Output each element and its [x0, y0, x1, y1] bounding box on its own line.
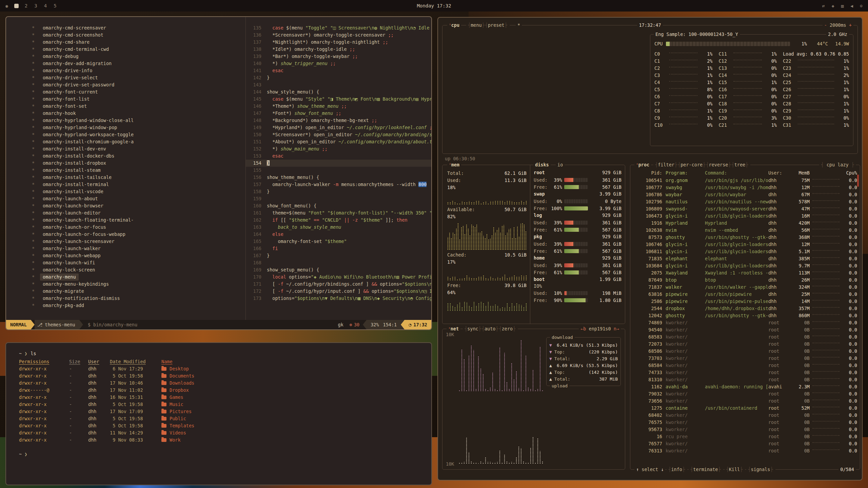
process-row[interactable]: 1916HyprlandHyprlanddhh420M0.0	[634, 219, 857, 226]
file-item[interactable]: *omarchy-pkg-add	[32, 302, 245, 309]
file-item[interactable]: *omarchy-cmd-share	[32, 39, 245, 46]
screencast-icon[interactable]: ⇄	[822, 3, 825, 8]
power-icon[interactable]: ⊙	[860, 3, 863, 8]
file-item[interactable]: *omarchy-launch-webapp	[32, 252, 245, 259]
process-row[interactable]: 106473glycin-i/usr/lib/glycin-loadersdhh…	[634, 212, 857, 219]
process-row[interactable]: 95673kworker/root0B0.0	[634, 426, 857, 433]
process-row[interactable]: 81310kworker/root0B0.0	[634, 376, 857, 383]
proc-footer-kill-button[interactable]: ┤Kill├	[726, 467, 743, 472]
process-row[interactable]: 106786waybar/usr/bin/waybardhh67M0.0	[634, 191, 857, 198]
process-row[interactable]: 73656kworker/root0B0.0	[634, 397, 857, 404]
file-item[interactable]: *omarchy-install-chromium-google-a	[32, 138, 245, 145]
process-row[interactable]: 72073kworker/root0B0.0	[634, 340, 857, 347]
volume-icon[interactable]: ◀	[850, 3, 853, 8]
file-item[interactable]: *omarchy-font-list	[32, 96, 245, 103]
battery-icon[interactable]: ▥	[841, 3, 844, 8]
file-item[interactable]: *omarchy-launch-or-focus-webapp	[32, 231, 245, 238]
process-row[interactable]: 73703kworker/root0B0.0	[634, 354, 857, 362]
process-row[interactable]: 102796nautilus/usr/bin/nautilus --newdhh…	[634, 198, 857, 205]
disks-io-toggle[interactable]: io	[556, 162, 565, 168]
file-item[interactable]: *omarchy-install-tailscale	[32, 174, 245, 181]
file-item[interactable]: *omarchy-dev-add-migration	[32, 60, 245, 67]
file-item[interactable]: *omarchy-launch-walker	[32, 245, 245, 252]
file-item[interactable]: *omarchy-cmd-screensaver	[32, 24, 245, 32]
process-row[interactable]: 106541org.gnom/usr/bin/gjs /usr/lib/odhh…	[634, 177, 857, 184]
net-zero-button[interactable]: ┤zero├	[499, 326, 516, 331]
file-item[interactable]: *omarchy-cmd-screenshot	[32, 32, 245, 39]
file-item[interactable]: *omarchy-debug	[32, 53, 245, 60]
file-item[interactable]: *omarchy-hyprland-window-pop	[32, 124, 245, 131]
process-row[interactable]: 68583kworker/root0B0.0	[634, 333, 857, 340]
file-item[interactable]: *omarchy-install-dev-env	[32, 145, 245, 152]
file-item[interactable]: *omarchy-migrate	[32, 288, 245, 295]
interval-plus-button[interactable]: +	[849, 22, 852, 28]
process-row[interactable]: 12042ghostty/usr/bin/ghostty --gtk-dhh86…	[634, 312, 857, 319]
process-scrollbar[interactable]	[857, 175, 859, 187]
process-row[interactable]: 74869kworker/root0B0.0	[634, 319, 857, 326]
process-row[interactable]: 76313kworker/root0B0.0	[634, 447, 857, 454]
interval-minus-button[interactable]: -	[824, 22, 827, 28]
process-row[interactable]: 68586kworker/root0B0.0	[634, 347, 857, 354]
file-item[interactable]: *omarchy-menu-keybindings	[32, 281, 245, 288]
process-row[interactable]: 106811glycin-i/usr/lib/glycin-loadersdhh…	[634, 248, 857, 255]
workspace-2[interactable]: 2	[25, 3, 27, 8]
process-row[interactable]: 2544dropbox/home/dhh/.dropbox-distdhh357…	[634, 305, 857, 312]
process-row[interactable]: 1162avahi-daavahi-daemon: running [avahi…	[634, 383, 857, 390]
process-row[interactable]: 76575kworker/root0B0.0	[634, 419, 857, 426]
process-row[interactable]: 102638nvimnvim --embeddhh56M0.0	[634, 226, 857, 233]
proc-footer-signals-button[interactable]: ┤signals├	[748, 467, 773, 472]
process-row[interactable]: 79032kworker/root0B0.0	[634, 390, 857, 397]
proc-footer-info-button[interactable]: ┤info├	[668, 467, 685, 472]
file-item[interactable]: *omarchy-notification-dismiss	[32, 295, 245, 302]
process-row[interactable]: 2075XwaylandXwayland :1 -rootless -dhh11…	[634, 269, 857, 276]
file-item[interactable]: *omarchy-install-docker-dbs	[32, 152, 245, 160]
process-row[interactable]: 106809swayosd-/usr/bin/swayosd-serverdhh…	[634, 205, 857, 212]
process-row[interactable]: 68584kworker/root0B0.0	[634, 362, 857, 369]
proc-tree-button[interactable]: ┤tree├	[732, 162, 748, 167]
process-row[interactable]: 106746glycin-i/usr/lib/glycin-loadersdhh…	[634, 241, 857, 248]
file-item[interactable]: *omarchy-cmd-terminal-cwd	[32, 46, 245, 53]
net-auto-button[interactable]: ┤auto├	[482, 326, 498, 331]
file-item[interactable]: *omarchy-menu	[32, 273, 245, 281]
net-interface[interactable]: ←b enp191s0 n→	[579, 326, 621, 332]
process-row[interactable]: 71837walker/usr/bin/walker --gappldhh324…	[634, 283, 857, 290]
code-buffer[interactable]: 135 case $(menu "Toggle" "◫ Screensaver\…	[246, 17, 431, 320]
file-item[interactable]: *omarchy-drive-select	[32, 74, 245, 81]
file-item[interactable]: *omarchy-hyprland-workspace-toggle	[32, 131, 245, 138]
process-row[interactable]: 2586pipewire/usr/bin/pipewire-pulsedhh14…	[634, 298, 857, 305]
file-item[interactable]: *omarchy-hook	[32, 110, 245, 117]
file-item[interactable]: *omarchy-drive-set-password	[32, 81, 245, 88]
terminal-window[interactable]: ~❯ls PermissionsSizeUserDate ModifiedNam…	[5, 342, 432, 485]
workspace-active-indicator[interactable]	[14, 4, 19, 8]
proc-per-core-button[interactable]: ┤per-core├	[678, 162, 705, 167]
bluetooth-icon[interactable]: ◈	[832, 3, 834, 8]
file-item[interactable]: *omarchy-install-vscode	[32, 188, 245, 195]
process-row[interactable]: 103684glycin-i/usr/lib/glycin-loadersdhh…	[634, 262, 857, 269]
file-item[interactable]: *omarchy-install-steam	[32, 167, 245, 174]
file-item[interactable]: *omarchy-launch-about	[32, 195, 245, 202]
proc-filter-button[interactable]: ┤filter├	[655, 162, 677, 167]
process-row[interactable]: 16rcu_preeroot0B0.0	[634, 433, 857, 440]
proc-reverse-button[interactable]: ┤reverse├	[706, 162, 731, 167]
process-row[interactable]: 76577kworker/root0B0.0	[634, 440, 857, 447]
process-row[interactable]: 87573ghostty/usr/bin/ghostty --gtk-dhh36…	[634, 233, 857, 241]
process-row[interactable]: 87649btopbtopdhh26M0.0	[634, 276, 857, 283]
file-item[interactable]: *omarchy-install-terminal	[32, 181, 245, 188]
file-item[interactable]: *omarchy-launch-browser	[32, 202, 245, 209]
prompt-line[interactable]: ~❯	[19, 450, 431, 458]
cpu-preset-button[interactable]: ┤preset├	[485, 22, 507, 28]
proc-footer-terminate-button[interactable]: ┤terminate├	[690, 467, 721, 472]
net-sync-button[interactable]: ┤sync├	[465, 326, 481, 331]
file-item[interactable]: *omarchy-drive-info	[32, 67, 245, 74]
file-item[interactable]: *omarchy-launch-screensaver	[32, 238, 245, 245]
file-item[interactable]: *omarchy-hyprland-window-close-all	[32, 117, 245, 124]
process-row[interactable]: 94540kworker/root0B0.0	[634, 326, 857, 333]
proc-sort[interactable]: ┤ cpu lazy ├	[819, 162, 856, 168]
file-item[interactable]: *omarchy-install-dropbox	[32, 160, 245, 167]
file-item[interactable]: *omarchy-launch-wifi	[32, 259, 245, 266]
file-item[interactable]: *omarchy-font-set	[32, 103, 245, 110]
file-item[interactable]: *omarchy-lock-screen	[32, 266, 245, 273]
process-row[interactable]: 63816pipewire/usr/bin/pipewiredhh25M0.0	[634, 290, 857, 298]
process-row[interactable]: 106777swaybg/usr/bin/swaybg -i /homdhh12…	[634, 184, 857, 191]
process-row[interactable]: 74733kworker/root0B0.0	[634, 369, 857, 376]
